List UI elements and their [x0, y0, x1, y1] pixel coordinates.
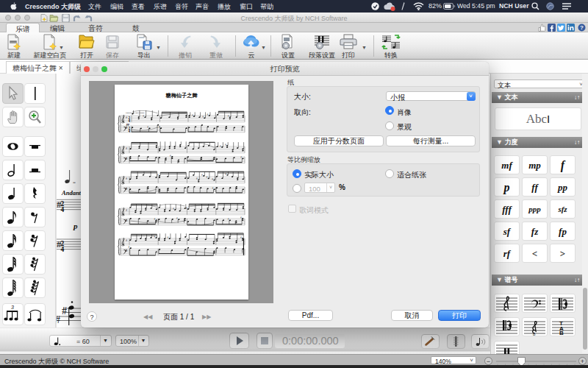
svg-text:#: # [173, 208, 174, 210]
svg-text:8: 8 [533, 332, 536, 336]
svg-text:#: # [212, 187, 213, 190]
svg-text:Andante ma non troppo: Andante ma non troppo [124, 112, 145, 114]
svg-text:#: # [147, 126, 148, 129]
svg-text:Andante m: Andante m [61, 189, 83, 197]
svg-text:#: # [220, 145, 221, 148]
svg-text:#: # [62, 305, 67, 316]
svg-text:#: # [225, 144, 226, 146]
svg-text:4: 4 [61, 246, 65, 253]
svg-text:#: # [225, 173, 226, 176]
svg-text:p: p [73, 222, 78, 230]
svg-text:#: # [202, 116, 204, 118]
svg-text:#: # [228, 218, 229, 221]
svg-text:#: # [207, 176, 208, 179]
svg-text:#: # [154, 236, 155, 238]
svg-text:B: B [559, 330, 564, 336]
svg-text:#: # [170, 155, 171, 158]
svg-text:#: # [207, 113, 209, 116]
svg-text:?: ? [580, 24, 584, 31]
svg-text:#: # [201, 174, 203, 177]
svg-text:#: # [154, 218, 155, 221]
svg-text:#: # [157, 174, 159, 177]
svg-text:#: # [168, 236, 169, 239]
svg-text:#: # [196, 177, 198, 180]
svg-text:#: # [129, 246, 130, 249]
svg-text:#: # [143, 115, 144, 118]
svg-text:#: # [186, 207, 187, 210]
svg-text:糖梅仙子之舞: 糖梅仙子之舞 [165, 92, 198, 99]
svg-text:#: # [228, 115, 229, 118]
svg-text:#: # [212, 178, 213, 181]
svg-text:pp: pp [126, 122, 129, 126]
svg-text:=: = [73, 180, 76, 185]
svg-text:#: # [192, 114, 193, 117]
svg-text:#: # [240, 156, 242, 159]
svg-text:#: # [240, 236, 242, 239]
svg-text:#: # [57, 314, 60, 325]
svg-text:#: # [176, 217, 178, 220]
svg-text:4: 4 [129, 129, 131, 133]
svg-text:#: # [240, 216, 242, 219]
svg-text:4: 4 [61, 206, 65, 213]
svg-text:3: 3 [11, 305, 14, 310]
svg-text:#: # [159, 126, 160, 129]
